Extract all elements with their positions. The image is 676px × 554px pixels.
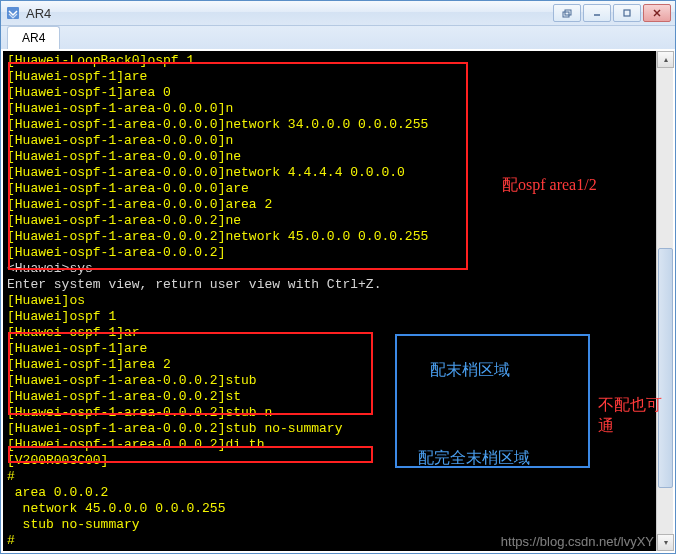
sticky-button[interactable] [553, 4, 581, 22]
titlebar[interactable]: AR4 [1, 1, 675, 26]
scroll-down-button[interactable]: ▾ [657, 534, 674, 551]
scroll-track[interactable] [657, 68, 673, 534]
scroll-thumb[interactable] [658, 248, 673, 488]
tab-ar4[interactable]: AR4 [7, 26, 60, 49]
window-title: AR4 [26, 6, 551, 21]
scrollbar: ▴ ▾ [656, 51, 673, 551]
tab-bar: AR4 [1, 26, 675, 49]
window-controls [551, 4, 671, 22]
minimize-button[interactable] [583, 4, 611, 22]
terminal-output: [Huawei-LoopBack0]ospf 1[Huawei-ospf-1]a… [3, 51, 656, 551]
app-icon [5, 5, 21, 21]
terminal[interactable]: [Huawei-LoopBack0]ospf 1[Huawei-ospf-1]a… [3, 51, 656, 551]
maximize-button[interactable] [613, 4, 641, 22]
close-button[interactable] [643, 4, 671, 22]
app-window: AR4 AR4 [Huawei-LoopBack0]ospf 1[Huawei-… [0, 0, 676, 554]
scroll-up-button[interactable]: ▴ [657, 51, 674, 68]
svg-rect-4 [624, 10, 630, 16]
terminal-container: [Huawei-LoopBack0]ospf 1[Huawei-ospf-1]a… [1, 49, 675, 553]
